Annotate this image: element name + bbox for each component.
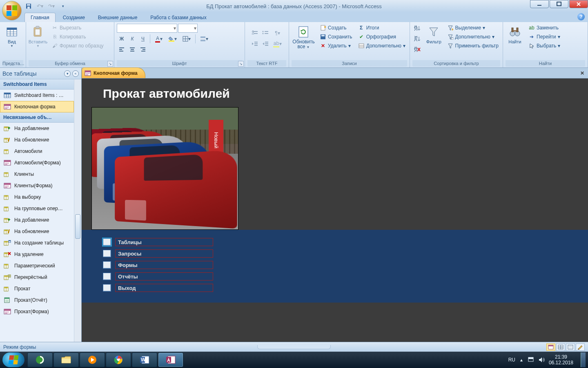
nav-item[interactable]: Прокат xyxy=(0,283,74,294)
start-button[interactable] xyxy=(2,352,24,367)
clipboard-launcher[interactable]: ↘ xyxy=(107,61,113,67)
spelling-button[interactable]: ✔ Орфография xyxy=(356,33,407,41)
gridlines-button[interactable]: ▾ xyxy=(180,34,193,43)
select-button[interactable]: Выбрать ▾ xyxy=(527,42,562,50)
highlight-button[interactable]: ab▾ xyxy=(271,39,284,48)
close-button[interactable] xyxy=(569,0,588,8)
switchboard-button[interactable] xyxy=(103,284,111,292)
nav-item[interactable]: Автомобили(Форма) xyxy=(0,157,74,168)
tab-create[interactable]: Создание xyxy=(57,13,91,22)
tab-home[interactable]: Главная xyxy=(24,13,56,22)
tab-external-data[interactable]: Внешние данные xyxy=(92,13,143,22)
language-indicator[interactable]: RU xyxy=(508,357,515,363)
taskbar-app-media[interactable] xyxy=(80,352,105,367)
tab-database-tools[interactable]: Работа с базами данных xyxy=(145,13,212,22)
font-launcher[interactable]: ↘ xyxy=(238,61,244,67)
clear-sort-button[interactable]: АЯ xyxy=(412,45,422,54)
delete-record-button[interactable]: ✕ Удалить ▾ xyxy=(318,42,354,50)
taskbar-app-access[interactable] xyxy=(158,352,183,367)
design-view-button[interactable] xyxy=(576,343,585,351)
clock[interactable]: 21:39 06.12.2018 xyxy=(549,354,573,366)
find-button[interactable]: Найти xyxy=(506,24,524,46)
save-icon[interactable] xyxy=(24,2,33,10)
nav-item[interactable]: На выборку xyxy=(0,191,74,203)
switchboard-button[interactable] xyxy=(103,250,111,257)
italic-button[interactable]: К xyxy=(127,34,137,43)
increase-indent-button[interactable] xyxy=(261,39,270,48)
replace-button[interactable]: ab Заменить xyxy=(527,24,562,32)
totals-button[interactable]: Σ Итоги xyxy=(356,24,407,32)
refresh-all-button[interactable]: Обновитьвсе ▼ xyxy=(292,24,316,52)
maximize-button[interactable] xyxy=(550,0,568,8)
nav-group-switchboard[interactable]: Switchboard Items⌃ xyxy=(0,79,81,90)
filter-button[interactable]: Фильтр xyxy=(425,24,443,46)
datasheet-view-button[interactable] xyxy=(556,343,565,351)
form-view-button[interactable] xyxy=(546,343,555,351)
toggle-filter-button[interactable]: Применить фильтр xyxy=(445,42,500,50)
nav-scrollbar[interactable] xyxy=(74,79,81,342)
save-record-button[interactable]: Сохранить xyxy=(318,33,354,41)
switchboard-button[interactable] xyxy=(103,238,111,246)
nav-item[interactable]: На обновление xyxy=(0,134,74,146)
paste-button[interactable]: Вставить ▼ xyxy=(29,24,47,49)
sort-asc-button[interactable]: АЯ xyxy=(412,24,422,33)
nav-item[interactable]: Автомобили xyxy=(0,146,74,157)
nav-collapse-icon[interactable]: « xyxy=(72,70,79,77)
nav-group-unrelated[interactable]: Несвязанные объ…⌃ xyxy=(0,112,81,123)
decrease-indent-button[interactable] xyxy=(250,39,260,48)
nav-item[interactable]: Перекрёстный xyxy=(0,272,74,283)
office-button[interactable] xyxy=(2,1,22,20)
minimize-button[interactable] xyxy=(530,0,549,8)
nav-item[interactable]: Клиенты xyxy=(0,168,74,180)
nav-item[interactable]: Switchboard Items : … xyxy=(0,90,74,101)
sort-desc-button[interactable]: ЯА xyxy=(412,34,422,43)
taskbar-app-explorer[interactable] xyxy=(53,352,79,367)
view-button[interactable]: Вид ▼ xyxy=(2,24,21,49)
document-tab[interactable]: Кнопочная форма xyxy=(82,67,145,78)
nav-pane-header[interactable]: Все таблицы ▾ « xyxy=(0,68,81,79)
new-record-button[interactable]: Создать xyxy=(318,24,354,32)
switchboard-button[interactable] xyxy=(103,273,111,280)
switchboard-button[interactable] xyxy=(103,261,111,269)
nav-item[interactable]: На добавление xyxy=(0,123,74,134)
nav-item[interactable]: На добавление xyxy=(0,214,74,226)
layout-view-button[interactable] xyxy=(566,343,575,351)
nav-item[interactable]: На удаление xyxy=(0,249,74,260)
numbered-list-button[interactable]: 12 xyxy=(250,29,260,38)
nav-item[interactable]: Клиенты(Форма) xyxy=(0,180,74,191)
align-center-button[interactable] xyxy=(127,45,137,54)
nav-item[interactable]: Прокат(Форма) xyxy=(0,306,74,317)
redo-icon[interactable]: ↷▾ xyxy=(47,2,56,10)
taskbar-app-word[interactable]: W xyxy=(132,352,157,367)
nav-item[interactable]: Кнопочная форма xyxy=(0,101,74,112)
qat-customize-icon[interactable]: ▾ xyxy=(59,2,67,10)
underline-button[interactable]: Ч xyxy=(138,34,148,43)
advanced-filter-button[interactable]: Дополнительно ▾ xyxy=(445,33,500,41)
nav-item[interactable]: На групповые опер… xyxy=(0,203,74,214)
font-size-combo[interactable]: ▾ xyxy=(178,24,198,33)
taskbar-app-torrent[interactable] xyxy=(27,352,53,367)
selection-filter-button[interactable]: Выделение ▾ xyxy=(445,24,500,32)
nav-item[interactable]: Параметрический xyxy=(0,260,74,272)
alt-row-color-button[interactable]: ▾ xyxy=(198,34,211,43)
help-button[interactable]: ? xyxy=(577,13,585,20)
align-right-button[interactable] xyxy=(138,45,148,54)
nav-item[interactable]: Прокат(Отчёт) xyxy=(0,294,74,306)
undo-icon[interactable]: ↶▾ xyxy=(36,2,44,10)
nav-item[interactable]: На обновление xyxy=(0,226,74,237)
font-name-combo[interactable]: ▾ xyxy=(117,24,177,33)
font-color-button[interactable]: А▾ xyxy=(152,34,165,43)
action-center-icon[interactable] xyxy=(528,357,534,363)
taskbar-app-chrome[interactable] xyxy=(106,352,131,367)
show-desktop-button[interactable] xyxy=(581,352,586,367)
text-direction-button[interactable]: ¶▾ xyxy=(271,29,284,38)
nav-menu-icon[interactable]: ▾ xyxy=(64,70,71,77)
align-left-button[interactable] xyxy=(117,45,127,54)
goto-button[interactable]: ➔ Перейти ▾ xyxy=(527,33,562,41)
volume-icon[interactable] xyxy=(538,357,545,363)
bulleted-list-button[interactable] xyxy=(261,29,270,38)
nav-scroll-thumb[interactable] xyxy=(75,214,80,239)
bold-button[interactable]: Ж xyxy=(117,34,127,43)
more-records-button[interactable]: Дополнительно ▾ xyxy=(356,42,407,50)
fill-color-button[interactable]: ▾ xyxy=(166,34,179,43)
